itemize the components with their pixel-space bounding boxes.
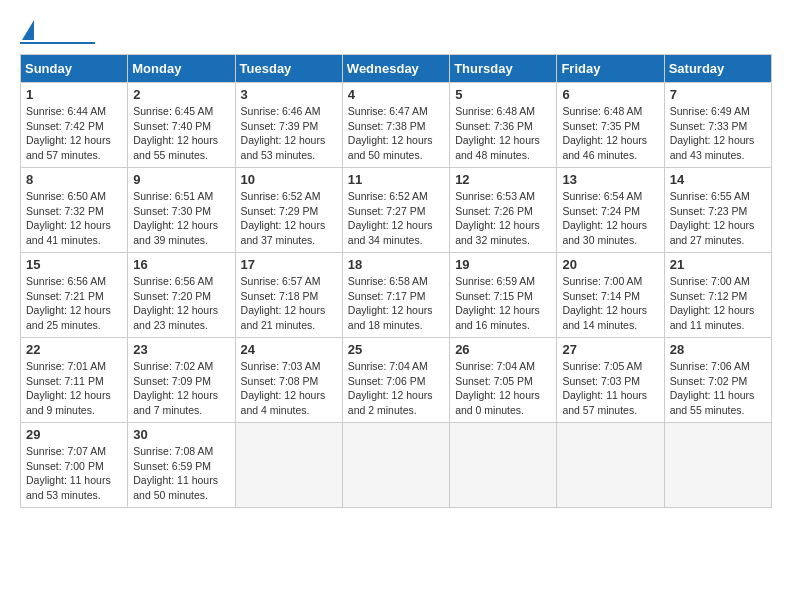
sunset-label: Sunset: 7:08 PM xyxy=(241,375,319,387)
calendar-header-cell: Wednesday xyxy=(342,55,449,83)
day-number: 8 xyxy=(26,172,122,187)
day-info: Sunrise: 6:52 AM Sunset: 7:27 PM Dayligh… xyxy=(348,189,444,248)
sunrise-label: Sunrise: 6:53 AM xyxy=(455,190,535,202)
calendar-empty-cell xyxy=(342,423,449,508)
day-number: 9 xyxy=(133,172,229,187)
daylight-label: Daylight: 12 hours and 32 minutes. xyxy=(455,219,540,246)
calendar-week-row: 8 Sunrise: 6:50 AM Sunset: 7:32 PM Dayli… xyxy=(21,168,772,253)
sunset-label: Sunset: 7:33 PM xyxy=(670,120,748,132)
calendar-day-cell: 8 Sunrise: 6:50 AM Sunset: 7:32 PM Dayli… xyxy=(21,168,128,253)
calendar-week-row: 29 Sunrise: 7:07 AM Sunset: 7:00 PM Dayl… xyxy=(21,423,772,508)
sunrise-label: Sunrise: 6:54 AM xyxy=(562,190,642,202)
daylight-label: Daylight: 12 hours and 46 minutes. xyxy=(562,134,647,161)
sunrise-label: Sunrise: 6:51 AM xyxy=(133,190,213,202)
sunrise-label: Sunrise: 6:52 AM xyxy=(348,190,428,202)
day-number: 3 xyxy=(241,87,337,102)
calendar-day-cell: 15 Sunrise: 6:56 AM Sunset: 7:21 PM Dayl… xyxy=(21,253,128,338)
day-number: 29 xyxy=(26,427,122,442)
day-number: 17 xyxy=(241,257,337,272)
sunset-label: Sunset: 7:18 PM xyxy=(241,290,319,302)
sunrise-label: Sunrise: 6:49 AM xyxy=(670,105,750,117)
daylight-label: Daylight: 12 hours and 21 minutes. xyxy=(241,304,326,331)
sunrise-label: Sunrise: 7:00 AM xyxy=(670,275,750,287)
sunset-label: Sunset: 7:17 PM xyxy=(348,290,426,302)
calendar-week-row: 15 Sunrise: 6:56 AM Sunset: 7:21 PM Dayl… xyxy=(21,253,772,338)
sunrise-label: Sunrise: 6:48 AM xyxy=(455,105,535,117)
day-number: 7 xyxy=(670,87,766,102)
sunset-label: Sunset: 7:24 PM xyxy=(562,205,640,217)
day-number: 25 xyxy=(348,342,444,357)
sunrise-label: Sunrise: 6:59 AM xyxy=(455,275,535,287)
day-number: 2 xyxy=(133,87,229,102)
sunrise-label: Sunrise: 6:50 AM xyxy=(26,190,106,202)
sunset-label: Sunset: 7:23 PM xyxy=(670,205,748,217)
sunrise-label: Sunrise: 7:08 AM xyxy=(133,445,213,457)
sunrise-label: Sunrise: 7:07 AM xyxy=(26,445,106,457)
sunset-label: Sunset: 7:29 PM xyxy=(241,205,319,217)
daylight-label: Daylight: 12 hours and 37 minutes. xyxy=(241,219,326,246)
calendar-day-cell: 16 Sunrise: 6:56 AM Sunset: 7:20 PM Dayl… xyxy=(128,253,235,338)
calendar-empty-cell xyxy=(557,423,664,508)
sunset-label: Sunset: 7:26 PM xyxy=(455,205,533,217)
calendar-day-cell: 2 Sunrise: 6:45 AM Sunset: 7:40 PM Dayli… xyxy=(128,83,235,168)
calendar-header-cell: Tuesday xyxy=(235,55,342,83)
sunset-label: Sunset: 7:36 PM xyxy=(455,120,533,132)
day-info: Sunrise: 6:59 AM Sunset: 7:15 PM Dayligh… xyxy=(455,274,551,333)
daylight-label: Daylight: 12 hours and 4 minutes. xyxy=(241,389,326,416)
day-info: Sunrise: 6:48 AM Sunset: 7:36 PM Dayligh… xyxy=(455,104,551,163)
day-info: Sunrise: 7:07 AM Sunset: 7:00 PM Dayligh… xyxy=(26,444,122,503)
calendar-day-cell: 27 Sunrise: 7:05 AM Sunset: 7:03 PM Dayl… xyxy=(557,338,664,423)
calendar-header-cell: Saturday xyxy=(664,55,771,83)
sunrise-label: Sunrise: 7:04 AM xyxy=(348,360,428,372)
day-info: Sunrise: 6:57 AM Sunset: 7:18 PM Dayligh… xyxy=(241,274,337,333)
sunrise-label: Sunrise: 6:57 AM xyxy=(241,275,321,287)
calendar-header-cell: Friday xyxy=(557,55,664,83)
day-number: 4 xyxy=(348,87,444,102)
sunset-label: Sunset: 7:42 PM xyxy=(26,120,104,132)
sunrise-label: Sunrise: 6:56 AM xyxy=(26,275,106,287)
calendar-day-cell: 25 Sunrise: 7:04 AM Sunset: 7:06 PM Dayl… xyxy=(342,338,449,423)
day-info: Sunrise: 6:47 AM Sunset: 7:38 PM Dayligh… xyxy=(348,104,444,163)
day-info: Sunrise: 7:00 AM Sunset: 7:14 PM Dayligh… xyxy=(562,274,658,333)
sunset-label: Sunset: 7:32 PM xyxy=(26,205,104,217)
sunset-label: Sunset: 6:59 PM xyxy=(133,460,211,472)
calendar-day-cell: 14 Sunrise: 6:55 AM Sunset: 7:23 PM Dayl… xyxy=(664,168,771,253)
day-info: Sunrise: 6:55 AM Sunset: 7:23 PM Dayligh… xyxy=(670,189,766,248)
sunrise-label: Sunrise: 7:00 AM xyxy=(562,275,642,287)
day-number: 23 xyxy=(133,342,229,357)
daylight-label: Daylight: 11 hours and 53 minutes. xyxy=(26,474,111,501)
calendar-table: SundayMondayTuesdayWednesdayThursdayFrid… xyxy=(20,54,772,508)
sunset-label: Sunset: 7:40 PM xyxy=(133,120,211,132)
daylight-label: Daylight: 12 hours and 57 minutes. xyxy=(26,134,111,161)
daylight-label: Daylight: 12 hours and 0 minutes. xyxy=(455,389,540,416)
calendar-day-cell: 30 Sunrise: 7:08 AM Sunset: 6:59 PM Dayl… xyxy=(128,423,235,508)
day-number: 27 xyxy=(562,342,658,357)
calendar-day-cell: 29 Sunrise: 7:07 AM Sunset: 7:00 PM Dayl… xyxy=(21,423,128,508)
sunrise-label: Sunrise: 6:44 AM xyxy=(26,105,106,117)
day-info: Sunrise: 6:51 AM Sunset: 7:30 PM Dayligh… xyxy=(133,189,229,248)
sunset-label: Sunset: 7:12 PM xyxy=(670,290,748,302)
sunset-label: Sunset: 7:14 PM xyxy=(562,290,640,302)
sunrise-label: Sunrise: 6:52 AM xyxy=(241,190,321,202)
daylight-label: Daylight: 12 hours and 43 minutes. xyxy=(670,134,755,161)
calendar-day-cell: 12 Sunrise: 6:53 AM Sunset: 7:26 PM Dayl… xyxy=(450,168,557,253)
calendar-day-cell: 7 Sunrise: 6:49 AM Sunset: 7:33 PM Dayli… xyxy=(664,83,771,168)
day-info: Sunrise: 6:48 AM Sunset: 7:35 PM Dayligh… xyxy=(562,104,658,163)
sunset-label: Sunset: 7:35 PM xyxy=(562,120,640,132)
sunset-label: Sunset: 7:39 PM xyxy=(241,120,319,132)
sunset-label: Sunset: 7:27 PM xyxy=(348,205,426,217)
day-number: 14 xyxy=(670,172,766,187)
sunset-label: Sunset: 7:06 PM xyxy=(348,375,426,387)
daylight-label: Daylight: 12 hours and 11 minutes. xyxy=(670,304,755,331)
daylight-label: Daylight: 12 hours and 39 minutes. xyxy=(133,219,218,246)
day-number: 20 xyxy=(562,257,658,272)
daylight-label: Daylight: 12 hours and 48 minutes. xyxy=(455,134,540,161)
day-number: 26 xyxy=(455,342,551,357)
daylight-label: Daylight: 12 hours and 34 minutes. xyxy=(348,219,433,246)
calendar-day-cell: 24 Sunrise: 7:03 AM Sunset: 7:08 PM Dayl… xyxy=(235,338,342,423)
sunset-label: Sunset: 7:15 PM xyxy=(455,290,533,302)
calendar-day-cell: 3 Sunrise: 6:46 AM Sunset: 7:39 PM Dayli… xyxy=(235,83,342,168)
calendar-day-cell: 28 Sunrise: 7:06 AM Sunset: 7:02 PM Dayl… xyxy=(664,338,771,423)
day-number: 24 xyxy=(241,342,337,357)
daylight-label: Daylight: 11 hours and 55 minutes. xyxy=(670,389,755,416)
